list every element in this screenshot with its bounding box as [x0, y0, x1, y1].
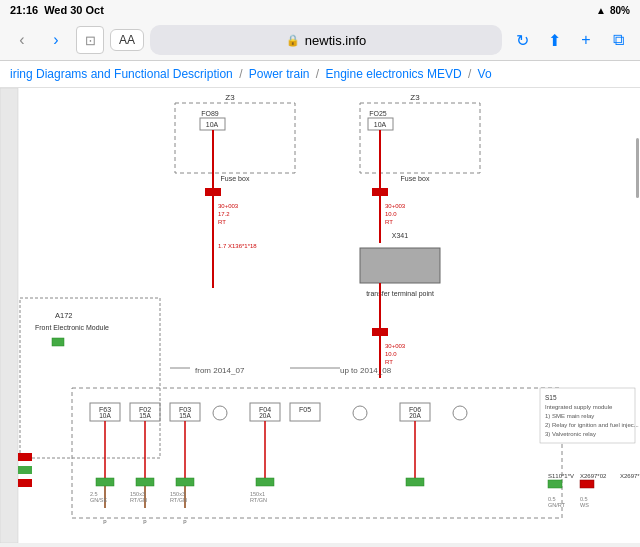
battery-level: 80%	[610, 5, 630, 16]
svg-text:30+003: 30+003	[218, 203, 239, 209]
breadcrumb: iring Diagrams and Functional Descriptio…	[0, 61, 640, 88]
svg-text:up to 2014_08: up to 2014_08	[340, 366, 392, 375]
svg-text:Front Electronic Module: Front Electronic Module	[35, 324, 109, 331]
svg-rect-14	[360, 248, 440, 283]
svg-text:X2697*02: X2697*02	[580, 473, 607, 479]
svg-rect-18	[205, 188, 221, 196]
url-text: newtis.info	[305, 33, 366, 48]
address-bar[interactable]: 🔒 newtis.info	[150, 25, 502, 55]
toolbar-actions: ↻ ⬆ + ⧉	[508, 26, 632, 54]
svg-text:2) Relay for ignition and fuel: 2) Relay for ignition and fuel injec...	[545, 422, 639, 428]
svg-text:GN/RT: GN/RT	[548, 502, 566, 508]
svg-text:from 2014_07: from 2014_07	[195, 366, 245, 375]
svg-text:F05: F05	[299, 406, 311, 413]
svg-text:FO25: FO25	[369, 110, 387, 117]
svg-rect-99	[548, 480, 562, 488]
main-content: Z3 FO89 10A Fuse box Z3 FO25 10A Fuse bo…	[0, 88, 640, 543]
svg-text:S110*1*V: S110*1*V	[548, 473, 574, 479]
svg-rect-78	[406, 478, 424, 486]
svg-text:RT: RT	[385, 219, 393, 225]
svg-text:Fuse box: Fuse box	[221, 175, 250, 182]
svg-text:30+003: 30+003	[385, 343, 406, 349]
svg-rect-30	[372, 328, 388, 336]
share-button[interactable]: ⬆	[540, 26, 568, 54]
svg-rect-40	[52, 338, 64, 346]
svg-text:10.0: 10.0	[385, 351, 397, 357]
breadcrumb-separator-2: /	[316, 67, 323, 81]
reader-mode-button[interactable]: AA	[110, 29, 144, 51]
svg-text:RT/GN: RT/GN	[170, 497, 187, 503]
svg-text:X2697*: X2697*	[620, 473, 640, 479]
windows-button[interactable]: ⧉	[604, 26, 632, 54]
svg-text:Z3: Z3	[225, 93, 235, 102]
tabs-overview-button[interactable]: ⊡	[76, 26, 104, 54]
svg-rect-75	[136, 478, 154, 486]
svg-rect-74	[96, 478, 114, 486]
status-indicators: ▲ 80%	[596, 5, 630, 16]
svg-rect-100	[580, 480, 594, 488]
add-bookmark-button[interactable]: +	[572, 26, 600, 54]
svg-text:RT/GN: RT/GN	[250, 497, 267, 503]
svg-text:Integrated supply module: Integrated supply module	[545, 404, 613, 410]
breadcrumb-separator-3: /	[468, 67, 475, 81]
svg-text:A172: A172	[55, 311, 73, 320]
tab-icon: ⊡	[85, 33, 96, 48]
svg-text:RT: RT	[385, 359, 393, 365]
svg-text:RT: RT	[218, 219, 226, 225]
breadcrumb-link-engine[interactable]: Engine electronics MEVD	[326, 67, 462, 81]
svg-text:10A: 10A	[374, 121, 387, 128]
status-bar: 21:16 Wed 30 Oct ▲ 80%	[0, 0, 640, 20]
breadcrumb-link-wiring[interactable]: iring Diagrams and Functional Descriptio…	[10, 67, 233, 81]
svg-text:X341: X341	[392, 232, 408, 239]
svg-text:1) SME main relay: 1) SME main relay	[545, 413, 594, 419]
time: 21:16	[10, 4, 38, 16]
browser-chrome: ‹ › ⊡ AA 🔒 newtis.info ↻ ⬆ + ⧉	[0, 20, 640, 61]
svg-rect-77	[256, 478, 274, 486]
svg-rect-1	[0, 88, 18, 543]
svg-text:10.0: 10.0	[385, 211, 397, 217]
svg-text:3) Valvetronic relay: 3) Valvetronic relay	[545, 431, 596, 437]
svg-text:transfer terminal point: transfer terminal point	[366, 290, 434, 298]
svg-text:30+003: 30+003	[385, 203, 406, 209]
lock-icon: 🔒	[286, 34, 300, 47]
back-button[interactable]: ‹	[8, 26, 36, 54]
svg-text:1.7 X136*1*18: 1.7 X136*1*18	[218, 243, 257, 249]
browser-toolbar: ‹ › ⊡ AA 🔒 newtis.info ↻ ⬆ + ⧉	[0, 20, 640, 60]
breadcrumb-link-powertrain[interactable]: Power train	[249, 67, 310, 81]
svg-text:WS: WS	[580, 502, 589, 508]
wifi-icon: ▲	[596, 5, 606, 16]
svg-rect-105	[636, 138, 639, 198]
svg-rect-0	[0, 88, 640, 543]
diagram-area[interactable]: Z3 FO89 10A Fuse box Z3 FO25 10A Fuse bo…	[0, 88, 640, 543]
breadcrumb-link-vo[interactable]: Vo	[478, 67, 492, 81]
svg-text:20A: 20A	[259, 412, 271, 419]
svg-text:17.2: 17.2	[218, 211, 230, 217]
svg-rect-76	[176, 478, 194, 486]
status-time-date: 21:16 Wed 30 Oct	[10, 4, 104, 16]
svg-text:Z3: Z3	[410, 93, 420, 102]
svg-text:S15: S15	[545, 394, 557, 401]
svg-text:10A: 10A	[99, 412, 111, 419]
refresh-button[interactable]: ↻	[508, 26, 536, 54]
svg-text:FO89: FO89	[201, 110, 219, 117]
svg-rect-81	[18, 479, 32, 487]
svg-text:GN/SE: GN/SE	[90, 497, 107, 503]
svg-text:20A: 20A	[409, 412, 421, 419]
svg-text:Fuse box: Fuse box	[401, 175, 430, 182]
svg-text:RT/GN: RT/GN	[130, 497, 147, 503]
date: Wed 30 Oct	[44, 4, 104, 16]
breadcrumb-separator-1: /	[239, 67, 246, 81]
forward-button[interactable]: ›	[42, 26, 70, 54]
svg-text:15A: 15A	[179, 412, 191, 419]
svg-rect-79	[18, 453, 32, 461]
svg-rect-24	[372, 188, 388, 196]
wiring-diagram-svg: Z3 FO89 10A Fuse box Z3 FO25 10A Fuse bo…	[0, 88, 640, 543]
svg-text:15A: 15A	[139, 412, 151, 419]
svg-rect-80	[18, 466, 32, 474]
svg-text:10A: 10A	[206, 121, 219, 128]
